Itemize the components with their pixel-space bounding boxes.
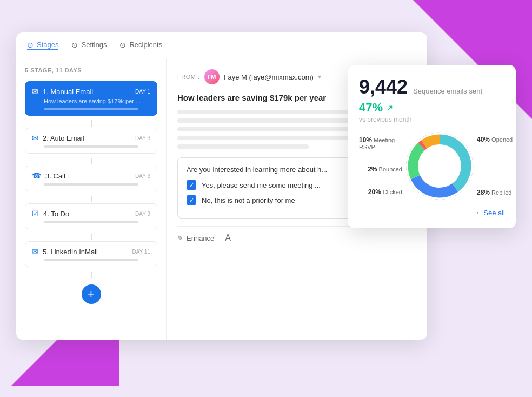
- donut-chart: [404, 131, 475, 201]
- percent-value: 47%: [359, 101, 383, 115]
- stats-header: 9,442 Sequence emails sent: [359, 76, 505, 98]
- bounced-pct: 2%: [368, 166, 377, 173]
- add-stage-button[interactable]: +: [82, 284, 101, 304]
- from-label: FROM :: [177, 74, 200, 80]
- stage-2-icon: ✉: [32, 134, 38, 142]
- email-toolbar: ✎ Enhance A: [177, 226, 416, 243]
- stage-4-day: DAY 9: [135, 211, 150, 217]
- email-line-5: [177, 144, 309, 149]
- stage-1-name: 1. Manual Email: [43, 88, 93, 96]
- stats-number: 9,442: [359, 76, 408, 98]
- tab-recipients[interactable]: ⊙ Recipients: [119, 41, 162, 50]
- tab-recipients-label: Recipients: [129, 41, 162, 49]
- stage-5-top: ✉ 5. LinkedIn InMail DAY 11: [32, 247, 150, 256]
- connector-4: [25, 234, 157, 240]
- stage-item-3[interactable]: ☎ 3. Call DAY 6: [25, 166, 157, 191]
- tab-settings[interactable]: ⊙ Settings: [71, 41, 107, 50]
- label-replied: 28% Replied: [477, 189, 511, 196]
- option-2-text: No, this is not a priority for me: [202, 196, 295, 204]
- stages-header: 5 STAGE, 11 DAYS: [25, 67, 157, 74]
- tab-settings-label: Settings: [81, 41, 107, 49]
- connector-3: [25, 196, 157, 202]
- chart-area: 10% Meeting RSVP 2% Bounced 20% Clicked: [359, 131, 505, 201]
- checkbox-1[interactable]: ✓: [187, 180, 196, 190]
- stage-5-day: DAY 11: [132, 249, 150, 255]
- sender-avatar: FM: [204, 69, 220, 84]
- stats-label: Sequence emails sent: [413, 87, 482, 95]
- stage-3-left: ☎ 3. Call: [32, 171, 65, 180]
- stage-3-day: DAY 6: [135, 173, 150, 179]
- bounced-label: Bounced: [379, 166, 402, 173]
- stage-2-bar: [44, 145, 138, 148]
- stage-4-left: ☑ 4. To Do: [32, 209, 69, 218]
- replied-pct: 28%: [477, 189, 490, 196]
- stage-4-bar: [44, 221, 138, 223]
- option-1-text: Yes, please send me some meeting ...: [202, 181, 321, 189]
- stage-5-bar: [44, 259, 138, 261]
- stage-3-icon: ☎: [32, 171, 41, 180]
- vs-month: vs previous month: [359, 116, 505, 123]
- stage-item-2[interactable]: ✉ 2. Auto Email DAY 3: [25, 128, 157, 154]
- panel-tabs: ⊙ Stages ⊙ Settings ⊙ Recipients: [16, 32, 427, 58]
- donut-hole: [421, 148, 458, 184]
- enhance-button[interactable]: ✎ Enhance: [177, 234, 214, 242]
- font-label: A: [225, 233, 231, 243]
- label-bounced: 2% Bounced: [368, 166, 402, 173]
- opened-pct: 40%: [477, 136, 490, 143]
- stage-5-icon: ✉: [32, 247, 38, 256]
- stage-3-name: 3. Call: [45, 172, 65, 180]
- tab-stages[interactable]: ⊙ Stages: [27, 41, 58, 50]
- opened-label: Opened: [491, 136, 513, 143]
- label-clicked: 20% Clicked: [368, 188, 402, 196]
- checkbox-2[interactable]: ✓: [187, 195, 196, 205]
- add-stage-icon: +: [88, 287, 95, 301]
- meeting-rsvp-pct: 10%: [359, 136, 372, 144]
- see-all-text: See all: [483, 209, 505, 217]
- stage-2-day: DAY 3: [135, 135, 150, 141]
- clicked-pct: 20%: [368, 188, 381, 196]
- stage-1-top: ✉ 1. Manual Email DAY 1: [32, 87, 150, 96]
- sender-name: Faye M (faye@mixmax.com): [224, 73, 314, 81]
- settings-tab-icon: ⊙: [71, 41, 78, 49]
- stage-item-4[interactable]: ☑ 4. To Do DAY 9: [25, 203, 157, 229]
- stage-4-name: 4. To Do: [43, 210, 69, 218]
- see-all-arrow-icon: →: [471, 208, 480, 217]
- stats-percent-row: 47% ↗: [359, 101, 505, 115]
- donut-wrapper: [404, 131, 475, 201]
- label-opened: 40% Opened: [477, 136, 513, 143]
- tab-stages-label: Stages: [37, 41, 58, 49]
- stage-3-bar: [44, 183, 138, 186]
- chart-left-labels: 10% Meeting RSVP 2% Bounced 20% Clicked: [359, 136, 402, 196]
- stage-item-5[interactable]: ✉ 5. LinkedIn InMail DAY 11: [25, 241, 157, 267]
- stage-3-top: ☎ 3. Call DAY 6: [32, 171, 150, 180]
- stage-1-left: ✉ 1. Manual Email: [32, 87, 93, 96]
- stage-5-name: 5. LinkedIn InMail: [43, 248, 98, 256]
- stage-1-desc: How leaders are saving $179k per ...: [44, 98, 150, 104]
- stage-1-bar: [44, 108, 138, 110]
- stage-item-1[interactable]: ✉ 1. Manual Email DAY 1 How leaders are …: [25, 81, 157, 116]
- stage-2-name: 2. Auto Email: [43, 134, 84, 142]
- stage-1-day: DAY 1: [135, 89, 150, 95]
- clicked-label: Clicked: [383, 189, 402, 195]
- chart-right-labels: 40% Opened 28% Replied: [477, 136, 520, 196]
- replied-label: Replied: [491, 189, 511, 196]
- font-button[interactable]: A: [225, 233, 231, 243]
- stage-4-top: ☑ 4. To Do DAY 9: [32, 209, 150, 218]
- stage-1-icon: ✉: [32, 87, 38, 96]
- email-line-3: [177, 127, 369, 131]
- see-all-row[interactable]: → See all: [359, 208, 505, 217]
- trend-arrow-icon: ↗: [386, 103, 393, 113]
- stats-panel: 9,442 Sequence emails sent 47% ↗ vs prev…: [348, 65, 516, 228]
- stage-4-icon: ☑: [32, 209, 39, 218]
- enhance-icon: ✎: [177, 234, 183, 242]
- connector-5: [25, 272, 157, 278]
- stage-5-left: ✉ 5. LinkedIn InMail: [32, 247, 98, 256]
- label-meeting-rsvp: 10% Meeting RSVP: [359, 136, 402, 150]
- enhance-label: Enhance: [187, 234, 214, 242]
- connector-2: [25, 158, 157, 164]
- stages-column: 5 STAGE, 11 DAYS ✉ 1. Manual Email DAY 1…: [16, 58, 167, 340]
- from-chevron-icon[interactable]: ▾: [318, 73, 321, 81]
- stages-tab-icon: ⊙: [27, 41, 34, 49]
- stage-2-top: ✉ 2. Auto Email DAY 3: [32, 134, 150, 142]
- recipients-tab-icon: ⊙: [119, 41, 126, 49]
